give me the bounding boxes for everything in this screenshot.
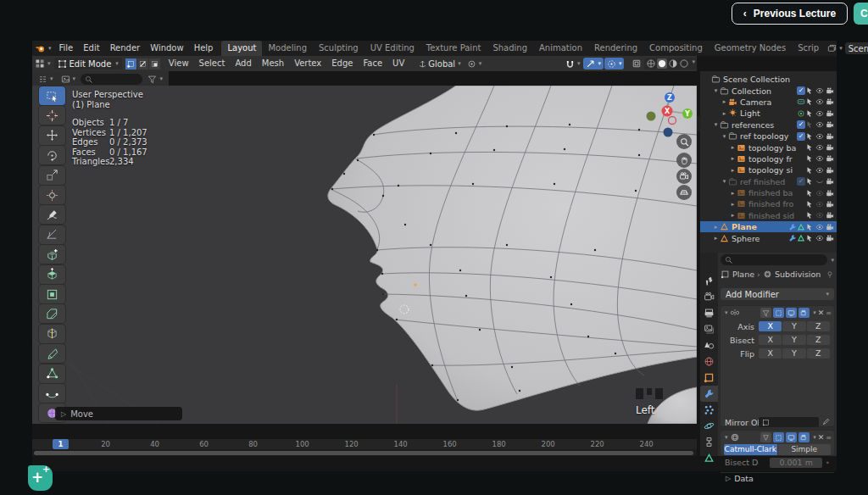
editor-type-button[interactable]: ▾ (32, 58, 53, 69)
delete-modifier-button[interactable]: ✕ (818, 309, 825, 317)
outliner-eye-toggle[interactable] (815, 154, 824, 163)
tool-knife[interactable] (39, 344, 65, 363)
viewport-menu-edge[interactable]: Edge (326, 56, 358, 71)
eyedropper-icon[interactable] (821, 418, 830, 426)
outliner-camera-toggle[interactable] (826, 120, 834, 129)
tool-cursor[interactable] (39, 106, 65, 125)
outliner-row-collection[interactable]: ▾ Collection ✓ (700, 85, 837, 96)
disclosure-icon[interactable]: ▸ (712, 224, 720, 231)
disclosure-icon[interactable]: ▾ (721, 178, 728, 185)
outliner-cursor-toggle[interactable] (805, 86, 814, 95)
outliner-cursor-toggle[interactable] (805, 200, 814, 209)
properties-tab-scene[interactable] (700, 337, 718, 353)
camera-view-button[interactable] (676, 169, 692, 184)
modifier-extras-dropdown[interactable]: ▾ (813, 309, 816, 316)
outliner-cursor-toggle[interactable] (805, 143, 814, 152)
flip-y-button[interactable]: Y (782, 348, 805, 359)
outliner-cursor-toggle[interactable] (805, 189, 814, 197)
outliner-eye-toggle[interactable] (815, 234, 824, 242)
viewport-menu-uv[interactable]: UV (387, 56, 409, 71)
outliner-row-camera[interactable]: ▸ Camera (700, 97, 837, 108)
show-in-render-toggle[interactable] (798, 308, 810, 318)
scrollbar-handle[interactable] (34, 451, 693, 455)
snap-toggle[interactable]: ▾ (583, 58, 604, 70)
outliner-eye-toggle[interactable] (815, 166, 824, 175)
properties-search-input[interactable] (721, 254, 827, 265)
show-gizmo-toggle[interactable] (632, 58, 642, 69)
outliner-cursor-toggle[interactable] (805, 109, 814, 118)
workspace-tab-compositing[interactable]: Compositing (643, 41, 709, 56)
outliner-search-input[interactable] (81, 74, 142, 85)
properties-tab-physics[interactable] (700, 418, 718, 434)
mirror-object-field[interactable] (759, 417, 819, 427)
axis-y-button[interactable]: Y (782, 321, 805, 331)
outliner-row-plane[interactable]: ▸ Plane (700, 221, 837, 232)
outliner-camera-toggle[interactable] (826, 143, 834, 152)
zoom-view-button[interactable] (676, 134, 692, 149)
outliner-camera-toggle[interactable] (826, 166, 834, 175)
disclosure-icon[interactable]: ▸ (712, 235, 720, 242)
flip-z-button[interactable]: Z (807, 348, 830, 359)
scene-name-field[interactable]: Scene (845, 42, 868, 54)
outliner-camera-toggle[interactable] (826, 109, 834, 118)
workspace-tab-shading[interactable]: Shading (487, 41, 533, 56)
transform-orientation-dropdown[interactable]: Global▾ (415, 59, 463, 69)
outliner-cursor-toggle[interactable] (805, 234, 814, 242)
outliner-cursor-toggle[interactable] (805, 211, 814, 220)
tool-spin[interactable] (39, 384, 65, 403)
axis-x-button[interactable]: X (759, 321, 782, 331)
outliner-eye-toggle[interactable] (815, 223, 824, 231)
viewport-menu-view[interactable]: View (164, 56, 194, 71)
tool-annotate[interactable] (39, 205, 65, 224)
shading-dropdown[interactable]: ▾ (692, 58, 695, 69)
timeline-ruler[interactable]: 1 20406080100120140160180200220240 (32, 439, 697, 449)
drag-handle-icon[interactable]: ≡ (826, 434, 832, 442)
breadcrumb-object[interactable]: Plane (732, 270, 754, 279)
outliner-filter-icon[interactable]: ▾ (145, 75, 165, 84)
disclosure-icon[interactable]: ▸ (729, 212, 737, 219)
workspace-tab-uv-editing[interactable]: UV Editing (364, 41, 420, 56)
viewport-3d[interactable]: Z X Y User Perspective (1) Plane Objects… (32, 86, 697, 424)
viewport-menu-add[interactable]: Add (230, 56, 256, 71)
disclosure-icon[interactable]: ▸ (729, 155, 737, 162)
bisect-y-button[interactable]: Y (782, 335, 805, 345)
pin-icon[interactable] (826, 270, 834, 279)
tool-add-cube[interactable] (39, 245, 65, 264)
outliner-cursor-toggle[interactable] (805, 154, 814, 163)
drag-handle-icon[interactable]: ≡ (826, 309, 832, 317)
outliner-row-ref-finished[interactable]: ▾ ref finished ✓ (700, 176, 837, 187)
outliner-row-sphere[interactable]: ▸ Sphere (700, 232, 837, 243)
outliner-row-references[interactable]: ▾ references ✓ (700, 120, 837, 131)
outliner-row-topology-si[interactable]: ▸ topology si (700, 164, 837, 175)
mode-dropdown[interactable]: Edit Mode▾ (54, 58, 122, 70)
disclosure-icon[interactable]: ▾ (712, 87, 720, 94)
viewport-menu-select[interactable]: Select (194, 56, 231, 71)
menu-edit[interactable]: Edit (78, 41, 104, 56)
properties-tab-render[interactable] (700, 289, 718, 305)
show-in-editmode-off-toggle[interactable] (760, 308, 771, 318)
collection-checkbox[interactable]: ✓ (797, 86, 805, 95)
pan-view-button[interactable] (676, 153, 692, 168)
bisect-distance-field[interactable]: 0.001 m (770, 458, 822, 468)
outliner-eye-toggle[interactable] (815, 97, 824, 106)
outliner-camera-toggle[interactable] (826, 223, 834, 231)
disclosure-icon[interactable]: ▸ (721, 98, 728, 105)
outliner-cursor-toggle[interactable] (805, 223, 814, 231)
disclosure-icon[interactable]: ▸ (729, 144, 737, 151)
modifier-extras-dropdown[interactable]: ▾ (813, 434, 816, 441)
navigation-gizmo[interactable]: Z X Y (634, 87, 697, 138)
properties-options-dropdown[interactable]: ▾ (831, 257, 834, 264)
workspace-tab-animation[interactable]: Animation (533, 41, 588, 56)
viewport-menu-face[interactable]: Face (358, 56, 387, 71)
outliner-camera-toggle[interactable] (826, 211, 834, 220)
outliner-camera-toggle[interactable] (826, 97, 834, 106)
viewport-menu-vertex[interactable]: Vertex (289, 56, 326, 71)
disclosure-icon[interactable]: ▸ (721, 110, 728, 117)
workspace-tab-geometry-nodes[interactable]: Geometry Nodes (709, 41, 792, 56)
disclosure-icon[interactable]: ▾ (712, 121, 720, 128)
disclosure-icon[interactable]: ▸ (729, 167, 737, 174)
breadcrumb-modifier[interactable]: Subdivision (775, 270, 821, 279)
outliner-eye-toggle[interactable] (815, 143, 824, 152)
catmull-clark-button[interactable]: Catmull-Clark (724, 444, 777, 455)
outliner-cursor-toggle[interactable] (805, 132, 814, 141)
